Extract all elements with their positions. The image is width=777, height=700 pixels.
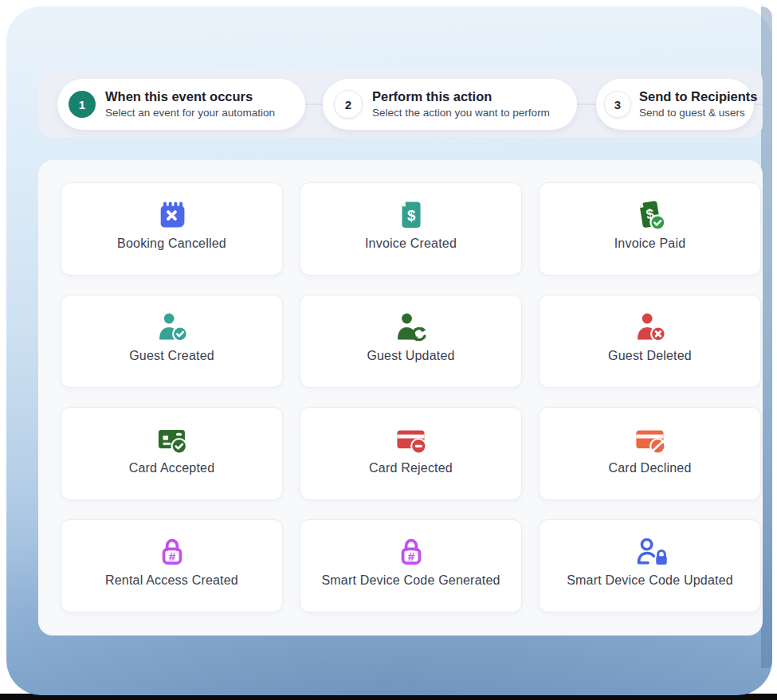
event-card-smart-device-code-updated[interactable]: Smart Device Code Updated [539,519,761,612]
step-2-number-badge: 2 [334,90,363,119]
card-accepted-icon [155,422,190,457]
event-card-label: Booking Cancelled [117,237,226,251]
step-1-number-badge: 1 [69,91,96,118]
event-card-label: Card Accepted [129,461,215,475]
stepper-connector [577,104,596,105]
event-card-card-rejected[interactable]: Card Rejected [300,407,522,500]
page: 1 When this event occurs Select an event… [0,0,777,700]
event-card-guest-created[interactable]: Guest Created [61,295,283,388]
event-card-label: Card Declined [609,461,692,475]
guest-deleted-icon [633,310,668,345]
event-card-guest-deleted[interactable]: Guest Deleted [539,295,761,388]
step-3-pill[interactable]: 3 Send to Recipients Send to guest & use… [596,79,754,130]
smart-device-code-updated-icon [633,534,668,569]
event-card-card-declined[interactable]: Card Declined [539,407,761,500]
card-declined-icon [633,422,668,457]
smart-device-code-generated-icon: # [394,534,429,569]
event-card-booking-cancelled[interactable]: Booking Cancelled [61,182,283,276]
step-1-subtitle: Select an event for your automation [105,107,275,120]
event-card-label: Rental Access Created [105,573,238,588]
background-panel-edge [761,6,772,668]
step-2-title: Perform this action [372,88,550,105]
event-card-label: Card Rejected [369,461,453,475]
event-card-invoice-paid[interactable]: $ Invoice Paid [539,182,761,276]
event-card-label: Invoice Paid [614,237,686,251]
event-card-guest-updated[interactable]: Guest Updated [300,295,522,388]
invoice-paid-icon: $ [633,197,668,233]
guest-updated-icon [394,310,429,345]
svg-text:#: # [168,549,175,563]
event-card-invoice-created[interactable]: $ Invoice Created [300,182,522,276]
event-card-label: Smart Device Code Generated [321,573,500,588]
event-card-label: Guest Created [129,349,214,363]
event-card-label: Guest Updated [367,349,454,363]
card-rejected-icon [394,422,429,457]
event-grid-panel: Booking Cancelled $ Invoice Created $ [38,160,763,635]
step-1-pill[interactable]: 1 When this event occurs Select an event… [57,79,305,130]
step-2-subtitle: Select the action you want to perform [372,107,550,120]
step-1-title: When this event occurs [105,88,275,105]
step-3-subtitle: Send to guest & users [639,107,758,120]
event-card-label: Guest Deleted [608,349,692,363]
guest-created-icon [155,310,190,345]
rental-access-created-icon: # [155,534,190,569]
step-3-number-badge: 3 [604,91,631,118]
step-2-pill[interactable]: 2 Perform this action Select the action … [323,79,577,130]
svg-text:#: # [407,549,414,563]
event-card-card-accepted[interactable]: Card Accepted [61,407,283,500]
stepper-bar: 1 When this event occurs Select an event… [38,68,763,137]
calendar-cancelled-icon [155,197,190,233]
stepper-connector [305,104,323,105]
event-card-smart-device-code-generated[interactable]: # Smart Device Code Generated [300,519,522,612]
event-card-rental-access-created[interactable]: # Rental Access Created [61,519,283,612]
svg-text:$: $ [407,207,416,224]
event-card-label: Invoice Created [365,237,457,251]
invoice-created-icon: $ [394,197,429,233]
step-3-title: Send to Recipients [639,88,758,105]
event-card-label: Smart Device Code Updated [567,573,733,588]
